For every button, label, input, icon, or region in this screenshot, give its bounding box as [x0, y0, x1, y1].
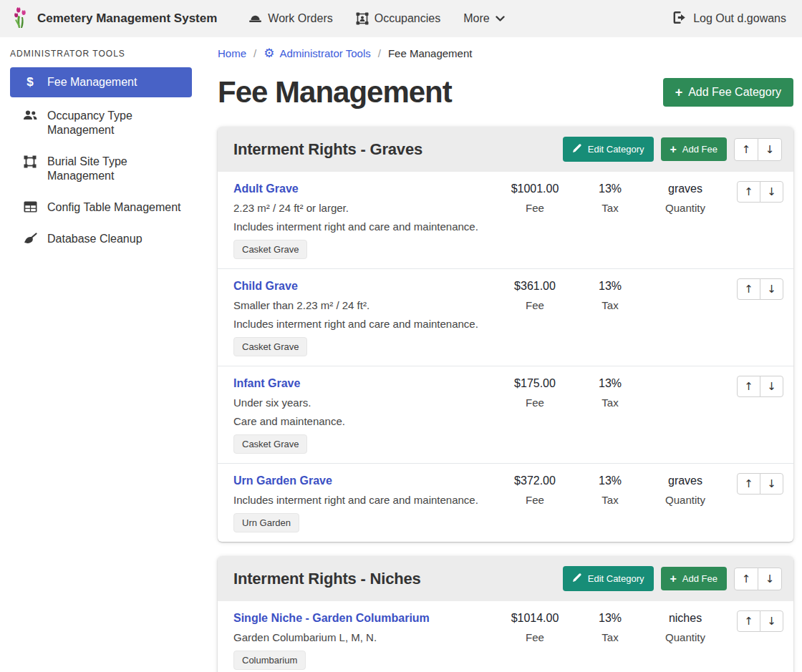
- nav-work-orders-label: Work Orders: [268, 12, 332, 25]
- fee-row: Child Grave Smaller than 2.23 m² / 24 ft…: [218, 268, 793, 366]
- fee-amount-cell: $175.00 Fee: [496, 376, 574, 409]
- app-title: Cemetery Management System: [37, 11, 217, 26]
- fee-amount-cell: $1001.00 Fee: [496, 181, 574, 214]
- nav-more[interactable]: More: [452, 6, 516, 31]
- fee-amount-label: Fee: [496, 202, 574, 214]
- arrow-down-icon: ↓: [767, 185, 776, 198]
- sidebar-item-label: Fee Management: [47, 75, 137, 89]
- arrow-down-icon: ↓: [765, 573, 775, 585]
- category-title: Interment Rights - Niches: [233, 570, 420, 588]
- add-fee-button[interactable]: + Add Fee: [661, 567, 728, 590]
- move-fee-up-button[interactable]: ↑: [737, 181, 760, 203]
- sidebar-item-database-cleanup[interactable]: Database Cleanup: [10, 226, 192, 252]
- arrow-down-icon: ↓: [765, 143, 775, 156]
- tulip-logo-icon: [13, 6, 30, 31]
- move-fee-down-button[interactable]: ↓: [760, 181, 783, 203]
- move-fee-down-button[interactable]: ↓: [760, 610, 783, 632]
- move-category-down-button[interactable]: ↓: [758, 568, 782, 590]
- add-fee-label: Add Fee: [682, 144, 718, 155]
- fee-tax-cell: 13% Tax: [574, 376, 646, 409]
- app-brand[interactable]: Cemetery Management System: [13, 6, 217, 31]
- occupant-frame-icon: [356, 12, 369, 25]
- sidebar-item-occupancy-type-management[interactable]: Occupancy Type Management: [10, 103, 192, 143]
- plus-icon: +: [670, 145, 677, 155]
- move-fee-down-button[interactable]: ↓: [760, 376, 783, 397]
- sidebar-item-config-table-management[interactable]: Config Table Management: [10, 195, 192, 220]
- fee-row-actions: ↑ ↓: [725, 610, 783, 632]
- fee-quantity-value: niches: [646, 612, 725, 625]
- breadcrumb-current: Fee Management: [388, 47, 473, 59]
- move-fee-up-button[interactable]: ↑: [737, 278, 760, 300]
- move-fee-down-button[interactable]: ↓: [760, 473, 783, 495]
- fee-row-actions: ↑ ↓: [725, 278, 783, 300]
- page-title: Fee Management: [218, 75, 452, 109]
- fee-category-card: Interment Rights - Graves Edit Category …: [218, 127, 793, 542]
- fee-name-link[interactable]: Child Grave: [233, 280, 298, 293]
- fee-amount-label: Fee: [496, 494, 574, 506]
- fee-quantity-label: Quantity: [646, 631, 725, 643]
- move-fee-up-button[interactable]: ↑: [737, 376, 760, 397]
- fee-name-link[interactable]: Single Niche - Garden Columbarium: [233, 612, 430, 625]
- arrow-down-icon: ↓: [767, 615, 776, 628]
- sidebar-item-burial-site-type-management[interactable]: Burial Site Type Management: [10, 149, 192, 189]
- fee-quantity-cell: graves Quantity: [646, 473, 725, 506]
- add-fee-button[interactable]: + Add Fee: [661, 137, 728, 161]
- fee-amount-value: $1014.00: [496, 612, 574, 625]
- fee-tax-value: 13%: [574, 612, 646, 625]
- sidebar-item-fee-management[interactable]: $ Fee Management: [10, 67, 192, 97]
- pencil-icon: [572, 573, 582, 585]
- category-header: Interment Rights - Niches Edit Category …: [218, 556, 793, 601]
- fee-info: Infant Grave Under six years. Care and m…: [233, 376, 496, 454]
- fee-tax-label: Tax: [574, 494, 646, 506]
- move-category-up-button[interactable]: ↑: [734, 568, 758, 590]
- edit-category-label: Edit Category: [588, 573, 644, 584]
- breadcrumb-separator: /: [378, 47, 381, 59]
- table-icon: [23, 201, 37, 213]
- breadcrumb-admin-tools-link[interactable]: Administrator Tools: [279, 47, 370, 59]
- nav-work-orders[interactable]: Work Orders: [237, 6, 344, 31]
- fee-type-badge: Casket Grave: [233, 434, 307, 454]
- nav-items: Work Orders Occupancies More: [237, 6, 516, 31]
- arrow-up-icon: ↑: [744, 380, 753, 393]
- add-fee-label: Add Fee: [682, 573, 718, 584]
- category-title: Interment Rights - Graves: [233, 140, 422, 159]
- fee-name-link[interactable]: Urn Garden Grave: [233, 474, 332, 487]
- arrow-down-icon: ↓: [767, 283, 776, 296]
- fee-quantity-label: Quantity: [646, 494, 725, 506]
- fee-tax-cell: 13% Tax: [574, 181, 646, 214]
- fee-category-card: Interment Rights - Niches Edit Category …: [218, 556, 793, 672]
- add-fee-category-button[interactable]: + Add Fee Category: [663, 78, 793, 107]
- fee-type-badge: Urn Garden: [233, 513, 299, 532]
- logout-icon: [673, 11, 687, 26]
- gear-icon: ⚙: [264, 47, 274, 59]
- edit-category-button[interactable]: Edit Category: [563, 137, 654, 162]
- fee-info: Urn Garden Grave Includes interment righ…: [233, 473, 496, 532]
- fee-description-secondary: Care and maintenance.: [233, 415, 496, 427]
- fee-row-actions: ↑ ↓: [725, 181, 783, 203]
- fee-row-actions: ↑ ↓: [725, 473, 783, 495]
- move-fee-up-button[interactable]: ↑: [737, 610, 760, 632]
- fee-tax-value: 13%: [574, 280, 646, 293]
- fee-amount-cell: $1014.00 Fee: [496, 610, 574, 643]
- breadcrumb-home-link[interactable]: Home: [218, 47, 246, 59]
- pencil-icon: [572, 143, 582, 155]
- move-category-down-button[interactable]: ↓: [758, 138, 782, 161]
- logout-button[interactable]: Log Out d.gowans: [670, 6, 789, 32]
- fee-quantity-value: graves: [646, 182, 725, 195]
- arrow-down-icon: ↓: [767, 380, 776, 393]
- sidebar-item-label: Config Table Management: [47, 200, 181, 215]
- arrow-up-icon: ↑: [742, 143, 751, 156]
- fee-name-link[interactable]: Infant Grave: [233, 377, 300, 390]
- nav-more-label: More: [463, 12, 489, 25]
- fee-tax-value: 13%: [574, 474, 646, 487]
- fee-quantity-value: graves: [646, 474, 725, 487]
- edit-category-button[interactable]: Edit Category: [563, 566, 654, 591]
- chevron-down-icon: [496, 16, 505, 22]
- move-category-up-button[interactable]: ↑: [734, 138, 758, 161]
- fee-name-link[interactable]: Adult Grave: [233, 182, 299, 195]
- move-fee-up-button[interactable]: ↑: [737, 473, 760, 495]
- move-fee-down-button[interactable]: ↓: [760, 278, 783, 300]
- nav-occupancies[interactable]: Occupancies: [344, 6, 453, 31]
- fee-description: 2.23 m² / 24 ft² or larger.: [233, 202, 496, 214]
- fee-description: Under six years.: [233, 396, 496, 409]
